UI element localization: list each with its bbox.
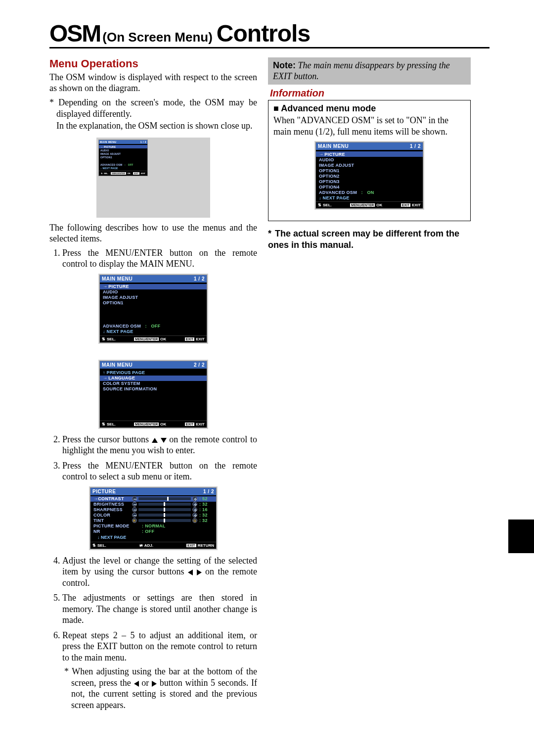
picture-submenu: PICTURE1 / 2 →CONTRAST: 52BRIGHTNESS: 32…: [90, 487, 217, 549]
cursor-left-icon: [188, 569, 193, 575]
information-heading: Information: [270, 88, 471, 99]
menu-operations-heading: Menu Operations: [49, 57, 257, 70]
picture-row-nr: NR: OFF: [93, 529, 213, 534]
picture-row-sharpness: SHARPNESS: 16: [93, 507, 213, 513]
picture-row-picture-mode: PICTURE MODE: NORMAL: [93, 523, 213, 529]
main-menu-advanced-on: MAIN MENU1 / 2 →PICTURE AUDIO IMAGE ADJU…: [315, 142, 423, 209]
note-box: Note: The main menu disappears by pressi…: [268, 57, 471, 85]
picture-row-tint: TINTRG: 32: [93, 518, 213, 523]
cursor-right-icon: [197, 569, 202, 575]
osm-subtitle: (On Screen Menu): [102, 30, 212, 45]
side-tab-marker: [508, 520, 534, 553]
step-3: Press the MENU/ENTER button on the remot…: [62, 460, 257, 482]
step-4: Adjust the level or change the setting o…: [62, 555, 257, 589]
controls-title: Controls: [217, 20, 310, 47]
information-box: Advanced menu mode When "ADVANCED OSM" i…: [268, 100, 471, 221]
step-6-note: When adjusting using the bar at the bott…: [71, 666, 257, 710]
advanced-menu-body: When "ADVANCED OSM" is set to "ON" in th…: [273, 115, 465, 137]
main-menu-2: MAIN MENU2 / 2 ↑ PREVIOUS PAGE →LANGUAGE…: [99, 361, 207, 428]
main-menu-1: MAIN MENU1 / 2 →PICTURE AUDIO IMAGE ADJU…: [99, 275, 207, 343]
step-5: The adjustments or settings are then sto…: [62, 592, 257, 626]
picture-row-brightness: BRIGHTNESS: 32: [93, 502, 213, 507]
cursor-left-icon: [134, 681, 139, 687]
cursor-down-icon: [161, 438, 167, 443]
asterisk-note: Depending on the screen's mode, the OSM …: [56, 97, 257, 132]
cursor-right-icon: [152, 681, 157, 687]
picture-row-color: COLOR: 32: [93, 513, 213, 518]
step-2: Press the cursor buttons on the remote c…: [62, 434, 257, 456]
step-6: Repeat steps 2 – 5 to adjust an addition…: [62, 630, 257, 711]
follow-text: The following describes how to use the m…: [49, 223, 257, 244]
step-1: Press the MENU/ENTER button on the remot…: [62, 247, 257, 270]
picture-row-contrast: →CONTRAST: 52: [90, 496, 216, 502]
cursor-up-icon: [152, 438, 158, 443]
advanced-menu-mode-heading: Advanced menu mode: [273, 103, 465, 114]
page-title: OSM (On Screen Menu) Controls: [49, 20, 490, 48]
actual-screen-notice: *The actual screen may be different from…: [268, 228, 471, 250]
osm-thumbnail: MAIN MENU1 / 2 →PICTURE AUDIO IMAGE ADJU…: [98, 140, 148, 176]
intro-paragraph: The OSM window is displayed with respect…: [49, 72, 257, 94]
osm-title: OSM: [49, 20, 100, 47]
